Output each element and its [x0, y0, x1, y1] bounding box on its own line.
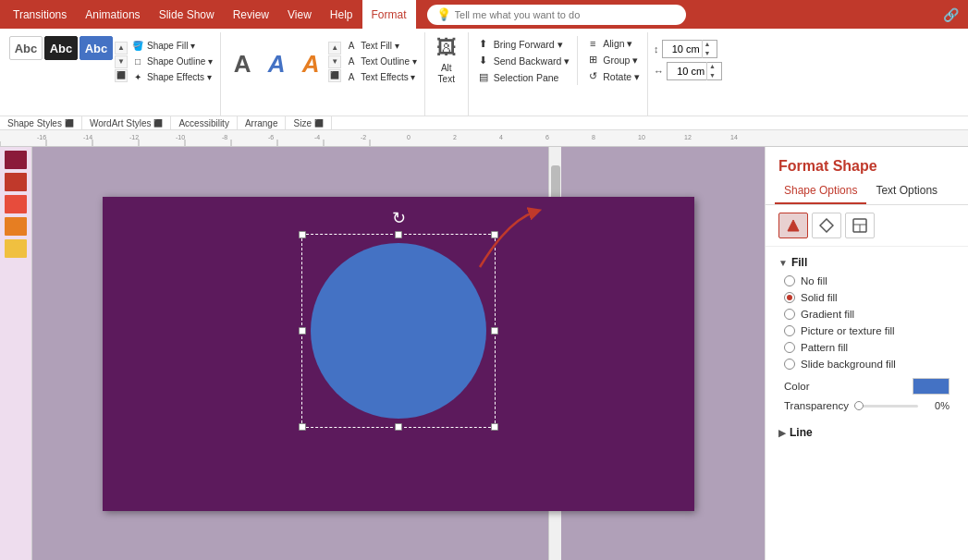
line-section[interactable]: ▶ Line [766, 420, 968, 444]
menu-format[interactable]: Format [362, 0, 416, 29]
height-input[interactable] [663, 43, 702, 55]
wordart-scroll-expand[interactable]: ⬛ [328, 69, 341, 82]
accessibility-label[interactable]: Accessibility [171, 116, 237, 129]
gradient-fill-option[interactable]: Gradient fill [778, 306, 955, 323]
handle-bottom-center[interactable] [395, 423, 402, 431]
wordart-letter-1[interactable]: A [227, 40, 258, 88]
handle-top-right[interactable] [491, 231, 498, 238]
tab-text-options[interactable]: Text Options [866, 180, 947, 204]
shape-style-1[interactable]: Abc [9, 36, 43, 60]
text-outline-btn[interactable]: A Text Outline ▾ [343, 54, 419, 68]
scroll-up-arrow[interactable]: ▲ [115, 42, 128, 55]
width-up[interactable]: ▲ [707, 62, 717, 71]
search-input[interactable] [455, 9, 677, 20]
menu-transitions[interactable]: Transitions [4, 0, 76, 29]
menu-animations[interactable]: Animations [76, 0, 149, 29]
tab-shape-options[interactable]: Shape Options [775, 180, 866, 204]
no-fill-radio[interactable] [784, 275, 795, 286]
text-effects-btn[interactable]: A Text Effects ▾ [343, 69, 419, 84]
shape-outline-btn[interactable]: □ Shape Outline ▾ [129, 54, 214, 68]
text-effects-icon: A [345, 70, 358, 83]
shape-style-2[interactable]: Abc [44, 36, 78, 60]
shape-style-row: Abc Abc Abc [9, 36, 113, 60]
text-fill-btn[interactable]: A Text Fill ▾ [343, 38, 419, 53]
wordart-styles-label[interactable]: WordArt Styles ⬛ [82, 116, 172, 129]
fill-color-swatch[interactable] [913, 378, 950, 395]
bring-forward-btn[interactable]: ⬆ Bring Forward ▾ [474, 36, 571, 52]
slide-background-fill-option[interactable]: Slide background fill [778, 356, 955, 372]
text-outline-icon: A [345, 55, 358, 67]
size-group: ↕ ▲ ▼ ↔ ▲ ▼ [650, 32, 728, 116]
circle-shape[interactable] [311, 243, 486, 419]
menu-slideshow[interactable]: Slide Show [150, 0, 224, 29]
bring-forward-icon: ⬆ [476, 38, 491, 50]
shape-styles-expand-icon: ⬛ [65, 119, 74, 128]
wordart-letter-3[interactable]: A [295, 40, 326, 88]
selection-pane-btn[interactable]: ▤ Selection Pane [474, 69, 571, 85]
height-down[interactable]: ▼ [703, 49, 713, 58]
svg-text:4: 4 [499, 134, 503, 140]
menu-help[interactable]: Help [321, 0, 362, 29]
color-row: Color [778, 372, 955, 396]
size-label[interactable]: Size ⬛ [286, 116, 331, 129]
rotate-handle[interactable]: ↻ [392, 208, 406, 228]
no-fill-option[interactable]: No fill [778, 273, 955, 289]
accessibility-group: 🖼 AltText [427, 32, 469, 116]
fill-section-title[interactable]: ▼ Fill [778, 252, 955, 273]
wordart-items: A A A ▲ ▼ ⬛ A Text Fill ▾ A Text [227, 32, 419, 116]
handle-top-left[interactable] [299, 231, 306, 238]
ruler-horizontal: -16 -14 -12 -10 -8 -6 -4 -2 0 2 4 6 8 10… [0, 130, 758, 147]
gradient-fill-radio[interactable] [784, 309, 795, 320]
picture-fill-option[interactable]: Picture or texture fill [778, 323, 955, 339]
menu-review[interactable]: Review [224, 0, 278, 29]
format-icon-row [766, 205, 968, 247]
shape-container[interactable]: ↻ [301, 234, 496, 428]
solid-fill-radio[interactable] [784, 292, 795, 303]
wordart-scroll-up[interactable]: ▲ [328, 42, 341, 55]
scroll-down-arrow[interactable]: ▼ [115, 55, 128, 68]
wordart-scroll-down[interactable]: ▼ [328, 55, 341, 68]
handle-top-center[interactable] [395, 231, 402, 238]
shape-options-icon-btn[interactable] [812, 213, 841, 238]
handle-bottom-right[interactable] [491, 423, 498, 431]
transparency-slider[interactable] [854, 405, 918, 408]
color-swatch-4[interactable] [5, 217, 27, 236]
shape-style-3[interactable]: Abc [80, 36, 113, 60]
rotate-btn[interactable]: ↺ Rotate ▾ [583, 68, 642, 84]
picture-fill-radio[interactable] [784, 325, 795, 336]
svg-text:10: 10 [638, 134, 645, 140]
handle-bottom-left[interactable] [299, 423, 306, 431]
group-btn[interactable]: ⊞ Group ▾ [583, 52, 642, 67]
pattern-fill-option[interactable]: Pattern fill [778, 339, 955, 356]
solid-fill-option[interactable]: Solid fill [778, 289, 955, 306]
menu-view[interactable]: View [278, 0, 321, 29]
alt-text-btn[interactable]: 🖼 AltText [431, 32, 462, 89]
wordart-letter-2[interactable]: A [261, 40, 292, 88]
share-icon[interactable]: 🔗 [937, 7, 964, 22]
alt-text-icon: 🖼 [436, 36, 457, 60]
shape-effects-btn[interactable]: ✦ Shape Effects ▾ [129, 69, 214, 84]
slide-background-radio[interactable] [784, 359, 795, 370]
color-swatch-3[interactable] [5, 195, 27, 213]
color-swatch-2[interactable] [5, 173, 27, 191]
pattern-fill-radio[interactable] [784, 342, 795, 353]
handle-middle-right[interactable] [491, 327, 498, 335]
color-swatch-5[interactable] [5, 239, 27, 258]
handle-middle-left[interactable] [299, 327, 306, 335]
scroll-expand-arrow[interactable]: ⬛ [115, 69, 128, 82]
fill-icon: 🪣 [131, 39, 144, 52]
fill-line-icon-btn[interactable] [778, 213, 808, 238]
align-btn[interactable]: ≡ Align ▾ [583, 36, 642, 51]
width-input[interactable] [668, 66, 706, 77]
color-swatch-1[interactable] [5, 151, 27, 169]
shape-fill-btn[interactable]: 🪣 Shape Fill ▾ [129, 38, 214, 53]
height-up[interactable]: ▲ [703, 40, 713, 49]
svg-marker-28 [820, 219, 833, 232]
transparency-thumb[interactable] [854, 401, 864, 410]
arrange-label[interactable]: Arrange [238, 116, 287, 129]
layout-icon-btn[interactable] [845, 213, 875, 238]
shape-styles-label[interactable]: Shape Styles ⬛ [0, 116, 82, 129]
svg-text:-8: -8 [222, 134, 227, 140]
width-down[interactable]: ▼ [707, 71, 717, 80]
send-backward-btn[interactable]: ⬇ Send Backward ▾ [474, 53, 571, 68]
